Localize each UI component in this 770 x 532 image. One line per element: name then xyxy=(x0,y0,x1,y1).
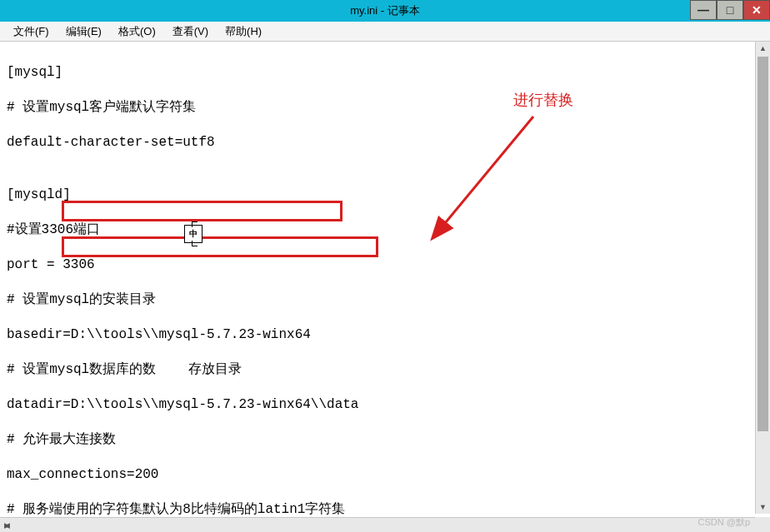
window-controls: — □ ✕ xyxy=(690,0,770,20)
text-line: # 设置mysql数据库的数 存放目录 xyxy=(7,361,763,379)
text-line: # 设置mysql客户端默认字符集 xyxy=(7,99,763,117)
close-button[interactable]: ✕ xyxy=(743,0,770,20)
text-line: datadir=D:\\tools\\mysql-5.7.23-winx64\\… xyxy=(7,396,763,414)
text-line: [mysql] xyxy=(7,64,763,82)
text-line: basedir=D:\\tools\\mysql-5.7.23-winx64 xyxy=(7,326,763,344)
maximize-button[interactable]: □ xyxy=(717,0,743,20)
ime-cursor-icon: 中 xyxy=(184,225,202,243)
scrollbar-horizontal[interactable]: ◀ ▶ xyxy=(0,517,755,532)
scrollbar-thumb[interactable] xyxy=(758,57,768,431)
menubar: 文件(F) 编辑(E) 格式(O) 查看(V) 帮助(H) xyxy=(0,22,770,42)
window-title: my.ini - 记事本 xyxy=(350,3,420,18)
menu-file[interactable]: 文件(F) xyxy=(5,22,58,41)
menu-edit[interactable]: 编辑(E) xyxy=(58,22,110,41)
text-line: [mysqld] xyxy=(7,186,763,204)
minimize-button[interactable]: — xyxy=(690,0,717,20)
scroll-right-icon[interactable]: ▶ xyxy=(0,518,13,532)
ime-cursor-char: 中 xyxy=(189,228,198,240)
editor-content[interactable]: [mysql] # 设置mysql客户端默认字符集 default-charac… xyxy=(0,42,770,512)
text-line: port = 3306 xyxy=(7,256,763,274)
text-line: # 设置mysql的安装目录 xyxy=(7,291,763,309)
scroll-down-icon[interactable]: ▼ xyxy=(756,500,770,514)
text-line: # 服务端使用的字符集默认为8比特编码的latin1字符集 xyxy=(7,501,763,519)
scrollbar-vertical[interactable]: ▲ ▼ xyxy=(755,42,770,514)
menu-help[interactable]: 帮助(H) xyxy=(217,22,270,41)
annotation-text: 进行替换 xyxy=(513,90,573,110)
scrollbar-corner xyxy=(755,517,770,532)
titlebar: my.ini - 记事本 — □ ✕ xyxy=(0,0,770,22)
watermark: CSDN @默p xyxy=(698,516,750,529)
text-line: # 允许最大连接数 xyxy=(7,431,763,449)
text-line: #设置3306端口 xyxy=(7,221,763,239)
text-line: default-character-set=utf8 xyxy=(7,134,763,152)
scroll-up-icon[interactable]: ▲ xyxy=(756,42,770,55)
menu-view[interactable]: 查看(V) xyxy=(164,22,217,41)
menu-format[interactable]: 格式(O) xyxy=(110,22,164,41)
text-line: max_connections=200 xyxy=(7,466,763,484)
